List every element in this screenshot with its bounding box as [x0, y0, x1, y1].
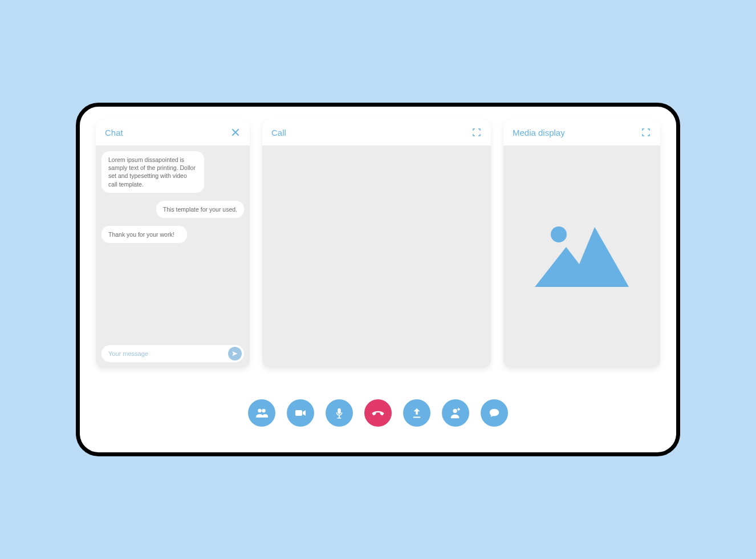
- device-frame: Chat Lorem ipsum dissapointed is samply …: [76, 103, 680, 456]
- message-input[interactable]: [108, 350, 228, 357]
- send-button[interactable]: [228, 347, 242, 360]
- chat-body: Lorem ipsum dissapointed is samply text …: [96, 145, 250, 368]
- svg-point-3: [262, 409, 265, 412]
- chat-title: Chat: [105, 128, 123, 137]
- mic-button[interactable]: [326, 399, 353, 427]
- call-panel: Call: [262, 119, 491, 368]
- share-button[interactable]: [403, 399, 430, 427]
- compose-bar: [101, 345, 244, 362]
- chat-button[interactable]: [481, 399, 508, 427]
- call-title: Call: [271, 128, 286, 137]
- close-icon[interactable]: [230, 127, 241, 137]
- chat-message: This template for your used.: [156, 201, 244, 218]
- svg-point-0: [551, 226, 567, 242]
- control-bar: [96, 368, 660, 436]
- chat-message: Thank you for your work!: [101, 226, 187, 243]
- svg-marker-1: [535, 227, 629, 287]
- upload-icon: [410, 407, 423, 419]
- svg-rect-8: [337, 418, 341, 418]
- svg-rect-9: [413, 416, 421, 418]
- people-icon: [255, 406, 269, 420]
- svg-rect-4: [295, 410, 302, 416]
- fullscreen-icon[interactable]: [641, 127, 651, 137]
- add-user-icon: [449, 407, 462, 419]
- add-user-button[interactable]: [442, 399, 469, 427]
- video-button[interactable]: [287, 399, 314, 427]
- svg-rect-7: [339, 416, 340, 418]
- media-panel-header: Media display: [503, 119, 660, 145]
- media-title: Media display: [513, 128, 565, 137]
- panels-row: Chat Lorem ipsum dissapointed is samply …: [96, 119, 660, 368]
- participants-button[interactable]: [248, 399, 275, 427]
- svg-rect-6: [338, 408, 341, 414]
- media-body: [503, 145, 660, 368]
- microphone-icon: [333, 407, 346, 419]
- chat-bubble-icon: [488, 407, 501, 419]
- svg-marker-5: [303, 410, 306, 416]
- media-panel: Media display: [503, 119, 660, 368]
- chat-panel: Chat Lorem ipsum dissapointed is samply …: [96, 119, 250, 368]
- chat-panel-header: Chat: [96, 119, 250, 145]
- end-call-button[interactable]: [364, 399, 392, 427]
- chat-message: Lorem ipsum dissapointed is samply text …: [101, 151, 204, 193]
- video-icon: [294, 406, 307, 420]
- phone-down-icon: [371, 406, 385, 420]
- svg-point-2: [258, 409, 261, 412]
- fullscreen-icon[interactable]: [472, 127, 482, 137]
- call-panel-header: Call: [262, 119, 491, 145]
- image-placeholder-icon: [535, 224, 629, 290]
- call-body: [262, 145, 491, 368]
- svg-point-10: [453, 409, 457, 413]
